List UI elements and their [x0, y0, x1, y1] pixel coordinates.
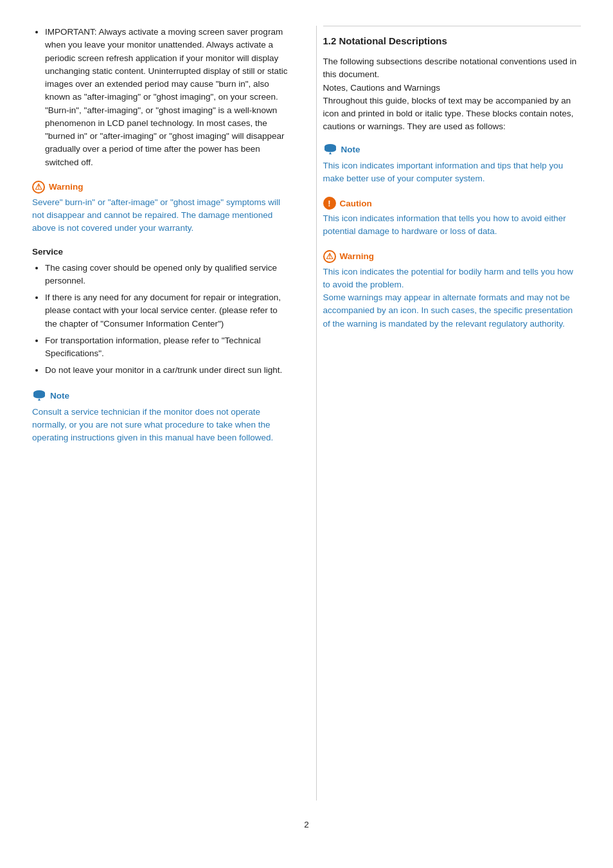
note-label-right: Note	[341, 145, 360, 154]
top-divider	[323, 26, 582, 26]
note-icon-right	[323, 143, 337, 157]
note-box-1: Note Consult a service technician if the…	[32, 389, 290, 445]
note-text-right: This icon indicates important informatio…	[323, 159, 582, 186]
right-column: 1.2 Notational Descriptions The followin…	[316, 26, 582, 800]
page: IMPORTANT: Always activate a moving scre…	[0, 0, 613, 868]
note-box-right: Note This icon indicates important infor…	[323, 143, 582, 186]
note-text-1: Consult a service technician if the moni…	[32, 406, 290, 445]
note-header-1: Note	[32, 389, 290, 403]
service-title: Service	[32, 247, 290, 257]
caution-box-right: ! Caution This icon indicates informatio…	[323, 197, 582, 239]
note-label-1: Note	[50, 391, 69, 401]
caution-label-right: Caution	[340, 199, 372, 208]
caution-header-right: ! Caution	[323, 197, 582, 210]
important-text: IMPORTANT: Always activate a moving scre…	[45, 27, 287, 167]
important-item: IMPORTANT: Always activate a moving scre…	[45, 26, 290, 169]
svg-point-5	[324, 147, 336, 152]
warning-icon-right: ⚠	[323, 250, 336, 263]
warning-icon-1: ⚠	[32, 181, 45, 194]
service-item-4: Do not leave your monitor in a car/trunk…	[45, 364, 290, 377]
service-list: The casing cover should be opened only b…	[32, 262, 290, 377]
section-title: 1.2 Notational Descriptions	[323, 35, 582, 46]
warning-label-1: Warning	[49, 182, 84, 192]
svg-point-2	[33, 393, 45, 398]
page-number: 2	[32, 820, 581, 829]
warning-text-right: This icon indicates the potential for bo…	[323, 266, 582, 330]
left-column: IMPORTANT: Always activate a moving scre…	[32, 26, 297, 800]
warning-box-right: ⚠ Warning This icon indicates the potent…	[323, 250, 582, 330]
warning-header-right: ⚠ Warning	[323, 250, 582, 263]
service-item-3: For transportation information, please r…	[45, 334, 290, 361]
caution-icon-right: !	[323, 197, 336, 210]
service-item-2: If there is any need for any document fo…	[45, 291, 290, 330]
warning-header-1: ⚠ Warning	[32, 181, 290, 194]
important-bullet-list: IMPORTANT: Always activate a moving scre…	[32, 26, 290, 169]
warning-label-right: Warning	[340, 251, 375, 261]
note-icon-1	[32, 389, 46, 403]
note-header-right: Note	[323, 143, 582, 157]
intro-text: The following subsections describe notat…	[323, 55, 582, 134]
caution-text-right: This icon indicates information that tel…	[323, 212, 582, 239]
two-column-layout: IMPORTANT: Always activate a moving scre…	[32, 26, 581, 800]
service-item-1: The casing cover should be opened only b…	[45, 262, 290, 288]
warning-text-1: Severe" burn-in" or "after-image" or "gh…	[32, 196, 290, 235]
warning-box-1: ⚠ Warning Severe" burn-in" or "after-ima…	[32, 181, 290, 235]
